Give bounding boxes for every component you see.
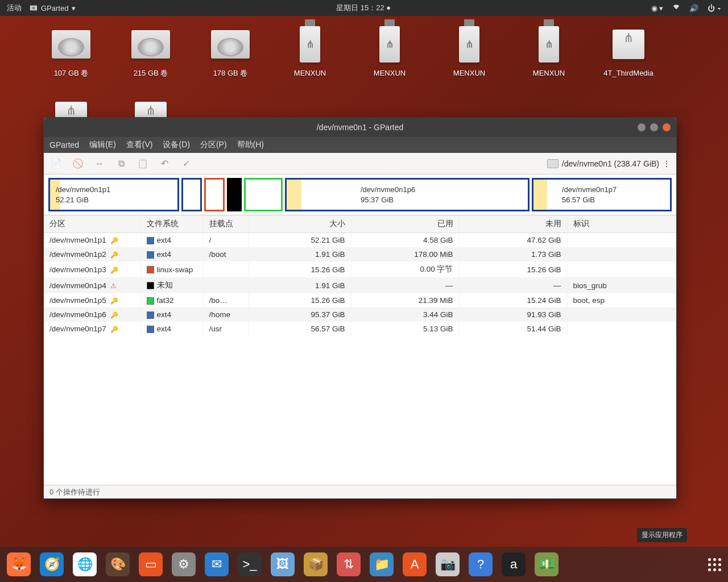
window-title: /dev/nvme0n1 - GParted bbox=[317, 123, 404, 132]
fs-swatch-icon bbox=[147, 266, 154, 273]
cell-mount bbox=[203, 277, 249, 293]
table-row[interactable]: /dev/nvme0n1p2 🔑 ext4 /boot 1.91 GiB 178… bbox=[44, 247, 676, 261]
disk-icon bbox=[125, 23, 176, 65]
disk-icon bbox=[46, 23, 97, 65]
desktop-icon[interactable]: 107 GB 卷 bbox=[40, 23, 102, 78]
dock-safari[interactable]: 🧭 bbox=[40, 552, 64, 576]
dock-thunderbird[interactable]: ✉ bbox=[205, 552, 229, 576]
minimize-button[interactable] bbox=[638, 123, 646, 131]
fs-swatch-icon bbox=[147, 251, 154, 259]
dock-firefox[interactable]: 🦊 bbox=[7, 552, 31, 576]
desktop-icon[interactable]: MENXUN bbox=[518, 23, 580, 78]
new-partition-button[interactable]: 📄 bbox=[49, 157, 63, 171]
activities-button[interactable]: 活动 bbox=[7, 3, 22, 13]
key-icon: 🔑 bbox=[110, 297, 118, 304]
cell-mount: /home bbox=[203, 307, 249, 322]
clock[interactable]: 星期日 15：22 ● bbox=[76, 3, 651, 13]
col-size[interactable]: 大小 bbox=[249, 215, 351, 233]
resize-button[interactable]: ↔ bbox=[93, 157, 106, 171]
dock-archive[interactable]: 📦 bbox=[304, 552, 328, 576]
window-titlebar[interactable]: /dev/nvme0n1 - GParted bbox=[44, 118, 676, 137]
desktop-icon[interactable]: MENXUN bbox=[438, 23, 500, 78]
partition-block-p1[interactable]: /dev/nvme0n1p152.21 GiB bbox=[48, 178, 179, 211]
dock-help[interactable]: ? bbox=[469, 552, 493, 576]
col-fs[interactable]: 文件系统 bbox=[140, 215, 203, 233]
partition-block-p2[interactable] bbox=[181, 178, 202, 211]
dock-camera[interactable]: 📷 bbox=[436, 552, 460, 576]
cell-flags bbox=[567, 307, 676, 322]
dock-files[interactable]: 📁 bbox=[370, 552, 394, 576]
partition-block-p7[interactable]: /dev/nvme0n1p756.57 GiB bbox=[532, 178, 672, 211]
table-row[interactable]: /dev/nvme0n1p7 🔑 ext4 /usr 56.57 GiB 5.1… bbox=[44, 322, 676, 336]
dock-software[interactable]: A bbox=[403, 552, 427, 576]
menu-item[interactable]: 设备(D) bbox=[163, 140, 189, 150]
cell-unused: 51.44 GiB bbox=[459, 322, 567, 336]
cell-fs: ext4 bbox=[140, 233, 203, 248]
show-applications-button[interactable] bbox=[708, 558, 721, 571]
cell-mount: /usr bbox=[203, 322, 249, 336]
undo-button[interactable]: ↶ bbox=[158, 157, 171, 171]
wifi-icon[interactable] bbox=[672, 3, 680, 13]
cell-unused: 15.26 GiB bbox=[459, 261, 567, 277]
desktop-icon[interactable]: 178 GB 卷 bbox=[199, 23, 262, 78]
paste-button[interactable]: 📋 bbox=[136, 157, 150, 171]
col-used[interactable]: 已用 bbox=[351, 215, 459, 233]
desktop-icon[interactable]: 215 GB 卷 bbox=[119, 23, 182, 78]
accessibility-icon[interactable]: ◉ ▾ bbox=[651, 4, 664, 13]
delete-button[interactable]: 🚫 bbox=[71, 157, 85, 171]
icon-label: MENXUN bbox=[453, 69, 485, 78]
table-row[interactable]: /dev/nvme0n1p3 🔑 linux-swap 15.26 GiB 0.… bbox=[44, 261, 676, 277]
desktop-icon[interactable]: MENXUN bbox=[279, 23, 341, 78]
cell-mount bbox=[203, 261, 249, 277]
partition-block-p6[interactable]: /dev/nvme0n1p695.37 GiB bbox=[285, 178, 530, 211]
col-unused[interactable]: 未用 bbox=[459, 215, 567, 233]
dock-gimp[interactable]: 🎨 bbox=[106, 552, 130, 576]
dock-image-viewer[interactable]: 🖼 bbox=[271, 552, 295, 576]
dock-cash[interactable]: 💵 bbox=[535, 552, 559, 576]
desktop-icon[interactable]: 4T_ThirdMedia bbox=[597, 23, 660, 78]
dock-amazon[interactable]: a bbox=[502, 552, 526, 576]
table-row[interactable]: /dev/nvme0n1p4 ⚠ 未知 1.91 GiB — — bios_gr… bbox=[44, 277, 676, 293]
close-button[interactable] bbox=[663, 123, 671, 131]
dock-transmission[interactable]: ⇅ bbox=[337, 552, 361, 576]
dock-chrome[interactable]: 🌐 bbox=[73, 552, 97, 576]
volume-icon[interactable]: 🔊 bbox=[689, 4, 698, 13]
partition-block-p5[interactable] bbox=[244, 178, 283, 211]
power-icon[interactable]: ⏻ ▾ bbox=[708, 4, 721, 13]
desktop-icon[interactable]: MENXUN bbox=[358, 23, 421, 78]
dock-workspace[interactable]: ▭ bbox=[139, 552, 163, 576]
partition-graph: /dev/nvme0n1p152.21 GiB /dev/nvme0n1p695… bbox=[44, 174, 676, 215]
cell-used: 3.44 GiB bbox=[351, 307, 459, 322]
menu-item[interactable]: 帮助(H) bbox=[237, 140, 264, 150]
cell-size: 1.91 GiB bbox=[249, 247, 351, 261]
icon-label: 178 GB 卷 bbox=[213, 69, 248, 78]
app-menu[interactable]: GParted ▾ bbox=[30, 4, 76, 13]
col-flags[interactable]: 标识 bbox=[567, 215, 676, 233]
gparted-icon bbox=[30, 4, 38, 12]
menu-item[interactable]: 编辑(E) bbox=[89, 140, 116, 150]
table-row[interactable]: /dev/nvme0n1p6 🔑 ext4 /home 95.37 GiB 3.… bbox=[44, 307, 676, 322]
dock-settings[interactable]: ⚙ bbox=[172, 552, 196, 576]
cell-used: 4.58 GiB bbox=[351, 233, 459, 248]
tooltip: 显示应用程序 bbox=[637, 528, 687, 542]
copy-button[interactable]: ⧉ bbox=[114, 157, 128, 171]
usb-icon bbox=[284, 23, 336, 65]
cell-mount: /bo… bbox=[203, 293, 249, 307]
device-selector[interactable]: /dev/nvme0n1 (238.47 GiB) ⋮ bbox=[547, 159, 671, 168]
ext-icon bbox=[603, 23, 654, 65]
cell-size: 1.91 GiB bbox=[249, 277, 351, 293]
cell-flags bbox=[567, 233, 676, 248]
col-partition[interactable]: 分区 bbox=[44, 215, 140, 233]
maximize-button[interactable] bbox=[650, 123, 658, 131]
menu-item[interactable]: GParted bbox=[49, 140, 79, 149]
col-mount[interactable]: 挂载点 bbox=[203, 215, 249, 233]
partition-block-p3[interactable] bbox=[204, 178, 225, 211]
apply-button[interactable]: ✓ bbox=[179, 157, 193, 171]
table-row[interactable]: /dev/nvme0n1p5 🔑 fat32 /bo… 15.26 GiB 21… bbox=[44, 293, 676, 307]
menu-item[interactable]: 分区(P) bbox=[200, 140, 227, 150]
menu-item[interactable]: 查看(V) bbox=[126, 140, 153, 150]
cell-partition: /dev/nvme0n1p2 🔑 bbox=[44, 247, 140, 261]
dock-terminal[interactable]: >_ bbox=[238, 552, 262, 576]
table-row[interactable]: /dev/nvme0n1p1 🔑 ext4 / 52.21 GiB 4.58 G… bbox=[44, 233, 676, 248]
partition-block-p4[interactable] bbox=[227, 178, 242, 211]
